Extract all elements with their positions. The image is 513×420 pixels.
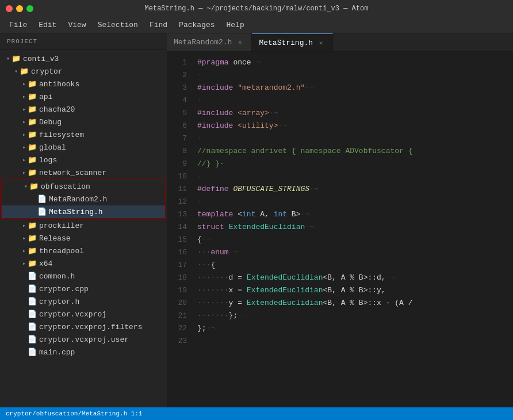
tree-item-global[interactable]: ▸ 📁 global xyxy=(0,141,167,154)
tree-label: api xyxy=(39,93,52,101)
close-button[interactable] xyxy=(6,5,13,12)
tree-item-api[interactable]: ▸ 📁 api xyxy=(0,90,167,103)
code-content: #pragma once ¬·#include "metarandom2.h"·… xyxy=(193,52,513,407)
code-line-2: · xyxy=(197,69,513,82)
line-numbers: 1234567891011121314151617181920212223 xyxy=(167,52,193,407)
sidebar-tree[interactable]: ▾ 📁 conti_v3 ▾ 📁 cryptor ▸ 📁 antihooks ▸… xyxy=(0,50,167,407)
tree-label: x64 xyxy=(39,259,52,268)
menu-item-packages[interactable]: Packages xyxy=(174,20,219,30)
code-line-1: #pragma once ¬ xyxy=(197,56,513,69)
tree-item-MetaRandom2.h[interactable]: 📄 MetaRandom2.h xyxy=(2,193,165,205)
tree-item-obfuscation[interactable]: ▾ 📁 obfuscation xyxy=(2,180,165,193)
tree-arrow: ▸ xyxy=(21,156,28,163)
tree-item-prockiller[interactable]: ▸ 📁 prockiller xyxy=(0,219,167,232)
file-icon: 📄 xyxy=(28,322,37,331)
tree-item-chacha20[interactable]: ▸ 📁 chacha20 xyxy=(0,103,167,116)
tree-label: cryptor.vcxproj xyxy=(39,310,106,319)
folder-icon: 📁 xyxy=(28,117,37,127)
tree-arrow: ▸ xyxy=(21,106,28,113)
tree-item-cryptor.cpp[interactable]: 📄 cryptor.cpp xyxy=(0,282,167,295)
tab-label: MetaRandom2.h xyxy=(174,38,232,47)
tree-item-conti_v3[interactable]: ▾ 📁 conti_v3 xyxy=(0,52,167,65)
tree-item-network_scanner[interactable]: ▸ 📁 network_scanner xyxy=(0,166,167,179)
file-icon: 📄 xyxy=(28,297,37,306)
tree-label: global xyxy=(39,143,66,152)
line-number-16: 16 xyxy=(171,246,187,259)
menu-item-edit[interactable]: Edit xyxy=(34,20,61,30)
file-icon: 📄 xyxy=(28,272,37,281)
tree-arrow: ▸ xyxy=(21,222,28,229)
tree-label: conti_v3 xyxy=(23,55,59,63)
menu-item-help[interactable]: Help xyxy=(222,20,249,30)
tab-MetaString.h[interactable]: MetaString.h✕ xyxy=(252,33,333,51)
line-number-20: 20 xyxy=(171,297,187,310)
sidebar-header: Project xyxy=(0,33,167,50)
tree-arrow: ▸ xyxy=(21,235,28,242)
tree-label: chacha20 xyxy=(39,105,75,114)
obfuscation-group: ▾ 📁 obfuscation 📄 MetaRandom2.h 📄 MetaSt… xyxy=(1,180,166,219)
code-line-8: //namespace andrivet { namespace ADVobfu… xyxy=(197,145,513,158)
tree-item-Release[interactable]: ▸ 📁 Release xyxy=(0,232,167,245)
line-number-18: 18 xyxy=(171,272,187,284)
tab-close-icon[interactable]: ✕ xyxy=(235,38,244,47)
tree-item-cryptor[interactable]: ▾ 📁 cryptor xyxy=(0,65,167,78)
menu-item-selection[interactable]: Selection xyxy=(93,20,143,30)
menu-item-find[interactable]: Find xyxy=(145,20,172,30)
file-icon: 📄 xyxy=(37,207,47,216)
tree-item-filesystem[interactable]: ▸ 📁 filesystem xyxy=(0,128,167,141)
tree-item-cryptor.vcxproj[interactable]: 📄 cryptor.vcxproj xyxy=(0,308,167,320)
line-number-3: 3 xyxy=(171,82,187,94)
folder-icon: 📁 xyxy=(28,221,37,230)
tree-arrow: ▾ xyxy=(22,183,29,190)
menu-item-view[interactable]: View xyxy=(63,20,90,30)
code-line-12: · xyxy=(197,196,513,208)
line-number-13: 13 xyxy=(171,208,187,221)
tree-item-Debug[interactable]: ▸ 📁 Debug xyxy=(0,116,167,128)
maximize-button[interactable] xyxy=(26,5,33,12)
code-editor[interactable]: 1234567891011121314151617181920212223 #p… xyxy=(167,52,513,407)
editor-area: MetaRandom2.h✕MetaString.h✕ 123456789101… xyxy=(167,33,513,407)
code-line-14: struct ExtendedEuclidian·¬ xyxy=(197,221,513,234)
folder-icon: 📁 xyxy=(28,92,37,101)
tree-item-cryptor.h[interactable]: 📄 cryptor.h xyxy=(0,295,167,308)
minimize-button[interactable] xyxy=(16,5,23,12)
line-number-22: 22 xyxy=(171,322,187,335)
main-content: Project ▾ 📁 conti_v3 ▾ 📁 cryptor ▸ 📁 ant… xyxy=(0,33,513,407)
line-number-2: 2 xyxy=(171,69,187,82)
menu-item-file[interactable]: File xyxy=(5,20,32,30)
file-icon: 📄 xyxy=(28,310,37,319)
folder-icon: 📁 xyxy=(28,79,37,89)
folder-icon: 📁 xyxy=(28,155,37,165)
window-controls[interactable] xyxy=(6,5,33,12)
code-line-7: · xyxy=(197,132,513,145)
tree-item-antihooks[interactable]: ▸ 📁 antihooks xyxy=(0,78,167,90)
line-number-19: 19 xyxy=(171,284,187,297)
line-number-17: 17 xyxy=(171,259,187,272)
line-number-21: 21 xyxy=(171,310,187,322)
tab-MetaRandom2.h[interactable]: MetaRandom2.h✕ xyxy=(167,33,252,51)
file-icon: 📄 xyxy=(28,335,37,344)
tree-item-main.cpp[interactable]: 📄 main.cpp xyxy=(0,346,167,358)
tree-arrow: ▸ xyxy=(21,169,28,176)
tree-arrow: ▾ xyxy=(5,55,12,62)
folder-icon: 📁 xyxy=(12,54,21,63)
line-number-8: 8 xyxy=(171,145,187,158)
tree-item-cryptor.vcxproj.filters[interactable]: 📄 cryptor.vcxproj.filters xyxy=(0,320,167,333)
tree-item-threadpool[interactable]: ▸ 📁 threadpool xyxy=(0,245,167,257)
status-bar: cryptor/obfuscation/MetaString.h 1:1 xyxy=(0,407,513,420)
tree-arrow: ▸ xyxy=(21,119,28,125)
tree-item-logs[interactable]: ▸ 📁 logs xyxy=(0,154,167,166)
tree-item-common.h[interactable]: 📄 common.h xyxy=(0,270,167,282)
tree-label: prockiller xyxy=(39,222,84,230)
tree-label: cryptor.vcxproj.user xyxy=(39,335,129,344)
tree-item-MetaString.h[interactable]: 📄 MetaString.h xyxy=(2,205,165,218)
tree-label: Debug xyxy=(39,118,62,127)
line-number-6: 6 xyxy=(171,120,187,132)
code-line-20: ·······y = ExtendedEuclidian<B, A % B>::… xyxy=(197,297,513,310)
code-line-17: ···{ xyxy=(197,259,513,272)
folder-icon: 📁 xyxy=(28,259,37,268)
tree-label: antihooks xyxy=(39,80,79,89)
tree-item-x64[interactable]: ▸ 📁 x64 xyxy=(0,257,167,270)
tree-item-cryptor.vcxproj.user[interactable]: 📄 cryptor.vcxproj.user xyxy=(0,333,167,346)
tab-close-icon[interactable]: ✕ xyxy=(316,38,326,47)
